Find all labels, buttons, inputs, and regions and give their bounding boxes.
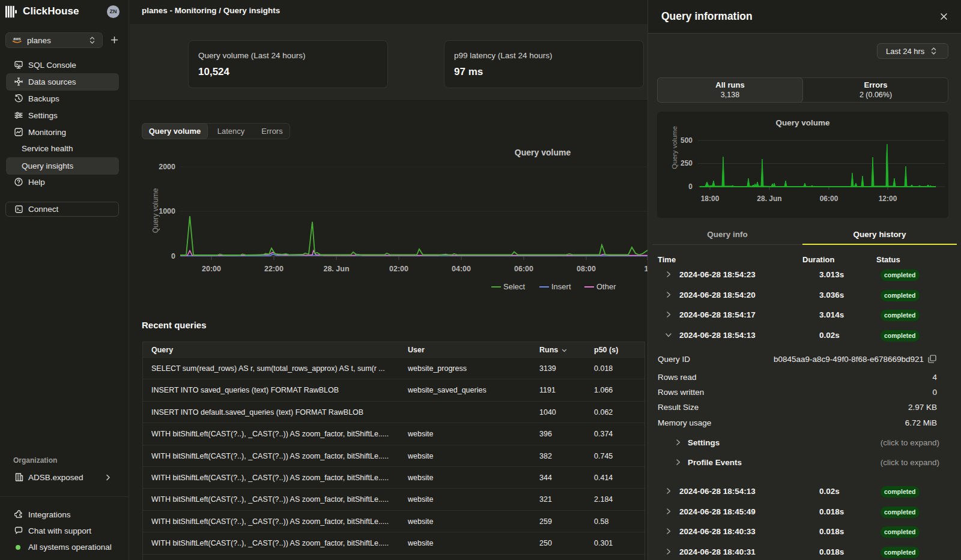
svg-text:aws: aws	[13, 37, 21, 41]
svg-text:1000: 1000	[159, 207, 175, 215]
svg-text:28. Jun: 28. Jun	[323, 265, 349, 273]
svg-text:0: 0	[688, 182, 693, 191]
svg-text:22:00: 22:00	[264, 265, 283, 273]
svg-text:Insert: Insert	[551, 282, 571, 291]
svg-text:02:00: 02:00	[389, 265, 408, 273]
svg-text:20:00: 20:00	[202, 265, 221, 273]
svg-text:Other: Other	[596, 282, 616, 291]
svg-text:0: 0	[171, 252, 175, 260]
svg-text:08:00: 08:00	[577, 265, 596, 273]
svg-text:28. Jun: 28. Jun	[757, 194, 781, 203]
svg-text:Select: Select	[503, 282, 526, 291]
svg-text:500: 500	[681, 136, 693, 145]
svg-text:18:00: 18:00	[701, 194, 720, 203]
svg-text:2000: 2000	[159, 163, 175, 171]
svg-text:12:00: 12:00	[879, 194, 897, 203]
svg-text:06:00: 06:00	[820, 194, 838, 203]
svg-text:06:00: 06:00	[514, 265, 533, 273]
svg-text:04:00: 04:00	[452, 265, 471, 273]
svg-text:250: 250	[681, 159, 693, 167]
